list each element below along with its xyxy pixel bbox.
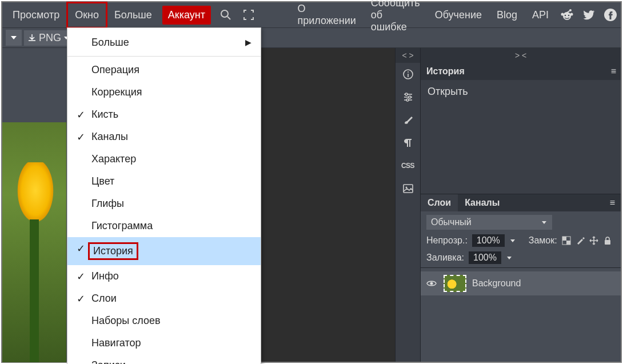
- tab-layers[interactable]: Слои: [421, 194, 458, 211]
- lock-transparent-icon[interactable]: [562, 236, 571, 245]
- lock-label: Замок:: [529, 235, 557, 246]
- brush-panel-icon[interactable]: [396, 109, 421, 131]
- lock-position-icon[interactable]: [589, 236, 598, 245]
- menu-item-navigator[interactable]: Навигатор: [67, 332, 261, 354]
- paragraph-panel-icon[interactable]: [396, 131, 421, 154]
- twitter-icon[interactable]: [582, 8, 596, 22]
- check-icon: ✓: [77, 131, 85, 143]
- menu-item-label: Инфо: [91, 270, 119, 282]
- export-png-label: PNG: [39, 32, 61, 44]
- submenu-arrow-icon: ▶: [245, 38, 251, 47]
- svg-point-7: [568, 15, 570, 17]
- menu-window[interactable]: Окно: [66, 2, 107, 29]
- history-panel-menu-icon[interactable]: ≡: [611, 66, 615, 77]
- menu-more[interactable]: Больше: [107, 3, 159, 27]
- menu-item-label: Наборы слоев: [91, 315, 161, 326]
- menu-item-label: Цвет: [91, 175, 114, 187]
- chevron-down-icon[interactable]: [509, 237, 516, 244]
- info-panel-icon[interactable]: [396, 63, 421, 86]
- svg-point-13: [405, 93, 408, 95]
- layers-panel-menu-icon[interactable]: ≡: [603, 194, 621, 211]
- menu-item-info[interactable]: ✓Инфо: [67, 265, 261, 287]
- blend-mode-select[interactable]: Обычный: [426, 215, 552, 230]
- history-panel-title: История: [426, 66, 465, 77]
- check-icon: ✓: [77, 109, 85, 121]
- svg-rect-22: [566, 241, 570, 245]
- reddit-icon[interactable]: [560, 8, 574, 22]
- fill-label: Заливка:: [426, 253, 464, 263]
- menu-item-records[interactable]: Записи: [67, 354, 261, 364]
- opacity-value[interactable]: 100%: [472, 234, 505, 247]
- svg-point-3: [561, 13, 564, 16]
- opacity-label: Непрозр.:: [426, 235, 468, 246]
- svg-point-6: [565, 15, 566, 17]
- lock-pixels-icon[interactable]: [576, 236, 585, 245]
- image-panel-icon[interactable]: [396, 177, 421, 200]
- menu-item-label: Характер: [91, 153, 136, 165]
- check-icon: ✓: [77, 270, 85, 283]
- panel-collapse-left[interactable]: < >: [396, 48, 420, 63]
- menu-item-color[interactable]: Цвет: [67, 170, 261, 193]
- menu-item-label: Кисть: [91, 109, 118, 120]
- visibility-icon[interactable]: [426, 278, 438, 289]
- css-panel-icon[interactable]: CSS: [396, 154, 421, 177]
- menu-item-channels[interactable]: ✓Каналы: [67, 126, 261, 148]
- check-icon: ✓: [77, 293, 85, 305]
- menu-learn[interactable]: Обучение: [432, 3, 485, 27]
- menu-view[interactable]: Просмотр: [6, 3, 66, 27]
- panel-collapse-right[interactable]: > <: [421, 48, 621, 63]
- menu-item-brush[interactable]: ✓Кисть: [67, 103, 261, 126]
- tab-channels[interactable]: Каналы: [458, 194, 506, 211]
- menu-item-more[interactable]: Больше ▶: [67, 31, 261, 54]
- menu-about[interactable]: О приложении: [294, 0, 359, 33]
- menu-separator: [67, 56, 261, 57]
- history-item-open[interactable]: Открыть: [428, 86, 614, 98]
- svg-rect-21: [562, 237, 566, 241]
- layer-thumbnail: [444, 275, 466, 292]
- facebook-icon[interactable]: [604, 8, 617, 22]
- menu-blog[interactable]: Blog: [493, 3, 521, 27]
- menu-item-glyphs[interactable]: Глифы: [67, 193, 261, 215]
- menu-item-operation[interactable]: Операция: [67, 59, 261, 81]
- menu-item-label: Гистограмма: [91, 220, 153, 231]
- menu-item-more-label: Больше: [91, 37, 129, 48]
- lock-all-icon[interactable]: [603, 236, 612, 245]
- menu-item-history[interactable]: ✓История: [67, 237, 261, 265]
- menu-item-character[interactable]: Характер: [67, 148, 261, 170]
- check-icon: ✓: [77, 242, 85, 255]
- layer-row[interactable]: Background: [421, 271, 621, 295]
- svg-point-15: [409, 96, 411, 98]
- adjust-panel-icon[interactable]: [396, 86, 421, 109]
- menu-item-histogram[interactable]: Гистограмма: [67, 215, 261, 237]
- svg-line-1: [227, 17, 230, 19]
- window-menu-dropdown: Больше ▶ Операция Коррекция ✓Кисть ✓Кана…: [67, 27, 261, 364]
- search-icon[interactable]: [214, 9, 237, 21]
- svg-point-24: [430, 282, 433, 285]
- menu-item-label: Навигатор: [91, 337, 141, 349]
- export-png-button[interactable]: PNG: [24, 30, 73, 46]
- menu-item-label: Каналы: [91, 131, 128, 142]
- layer-name[interactable]: Background: [472, 278, 521, 289]
- menu-report[interactable]: Сообщить об ошибке: [368, 0, 424, 39]
- menu-item-label: История: [88, 242, 138, 260]
- svg-rect-23: [605, 240, 610, 245]
- document-thumbnail: [2, 122, 66, 362]
- chevron-down-icon[interactable]: [506, 254, 513, 261]
- collapse-button[interactable]: [6, 30, 22, 46]
- menu-item-label: Глифы: [91, 198, 124, 209]
- menu-item-label: Операция: [91, 64, 139, 75]
- svg-point-11: [408, 71, 409, 73]
- svg-point-17: [406, 99, 409, 101]
- menu-account[interactable]: Аккаунт: [162, 6, 211, 25]
- fill-value[interactable]: 100%: [469, 251, 501, 264]
- blend-mode-value: Обычный: [431, 217, 472, 227]
- menu-item-label: Слои: [91, 293, 117, 304]
- svg-point-4: [570, 13, 573, 16]
- menu-api[interactable]: API: [529, 3, 552, 27]
- menu-item-label: Коррекция: [91, 86, 142, 98]
- menu-item-label: Записи: [91, 359, 126, 364]
- menu-item-layersets[interactable]: Наборы слоев: [67, 310, 261, 332]
- menu-item-layers[interactable]: ✓Слои: [67, 287, 261, 310]
- menu-item-correction[interactable]: Коррекция: [67, 81, 261, 103]
- fullscreen-icon[interactable]: [237, 9, 260, 21]
